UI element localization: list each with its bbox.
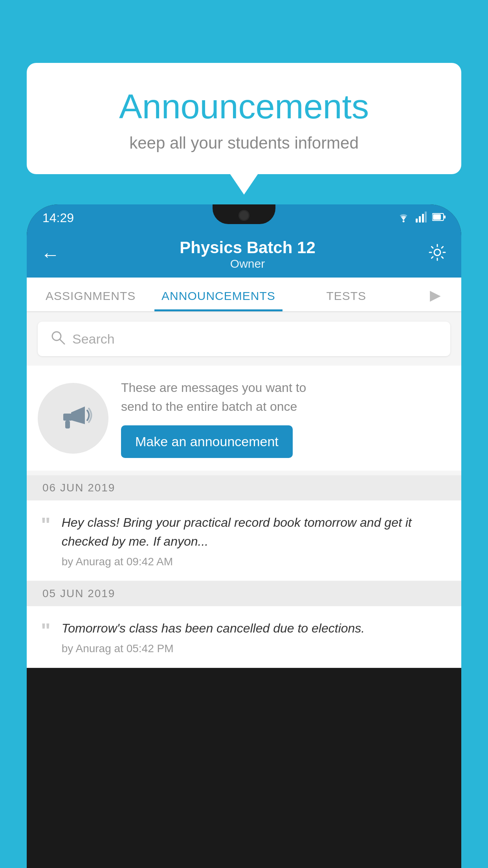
svg-rect-4 [425,211,427,223]
status-icons [397,211,446,224]
content-area: Search These are m [27,312,461,668]
svg-rect-2 [419,216,421,223]
settings-button[interactable] [427,243,447,266]
back-button[interactable]: ← [41,244,60,265]
svg-rect-12 [63,414,72,421]
date-separator-2: 05 JUN 2019 [27,581,461,606]
announcement-card: These are messages you want tosend to th… [27,366,461,471]
svg-rect-3 [422,214,424,223]
bubble-title: Announcements [50,86,438,127]
app-bar-title: Physics Batch 12 [68,238,427,257]
svg-marker-11 [71,406,85,424]
make-announcement-button[interactable]: Make an announcement [121,425,293,458]
svg-rect-6 [433,214,441,220]
speech-bubble-container: Announcements keep all your students inf… [27,63,461,174]
status-time: 14:29 [42,211,74,225]
tab-more[interactable]: ▶ [410,287,461,311]
message-text-1: Hey class! Bring your practical record b… [62,513,447,551]
svg-rect-13 [65,421,70,428]
message-meta-1: by Anurag at 09:42 AM [62,555,447,568]
wifi-icon [397,211,410,224]
announcement-description: These are messages you want tosend to th… [121,378,450,416]
message-content-1: Hey class! Bring your practical record b… [62,513,447,568]
quote-icon-2: " [41,620,51,641]
tab-tests[interactable]: TESTS [283,289,410,311]
tab-announcements[interactable]: ANNOUNCEMENTS [154,289,282,311]
quote-icon-1: " [41,515,51,535]
app-bar-title-area: Physics Batch 12 Owner [68,238,427,270]
announcement-icon-circle [38,383,108,454]
svg-rect-7 [444,215,446,219]
svg-point-8 [434,249,440,256]
tabs-bar: ASSIGNMENTS ANNOUNCEMENTS TESTS ▶ [27,278,461,312]
search-bar[interactable]: Search [38,322,450,356]
message-item-2[interactable]: " Tomorrow's class has been cancelled du… [27,606,461,668]
message-item-1[interactable]: " Hey class! Bring your practical record… [27,500,461,581]
svg-point-0 [403,221,405,223]
battery-icon [432,213,446,223]
message-meta-2: by Anurag at 05:42 PM [62,642,365,655]
date-separator-1: 06 JUN 2019 [27,475,461,500]
phone-notch [213,204,275,224]
signal-icon [416,211,427,224]
svg-line-10 [60,339,64,344]
app-bar: ← Physics Batch 12 Owner [27,231,461,278]
speech-bubble: Announcements keep all your students inf… [27,63,461,174]
message-content-2: Tomorrow's class has been cancelled due … [62,619,365,655]
message-text-2: Tomorrow's class has been cancelled due … [62,619,365,638]
phone-frame: 14:29 [27,204,461,868]
bubble-subtitle: keep all your students informed [50,134,438,153]
phone-camera [238,210,250,221]
announcement-right: These are messages you want tosend to th… [121,378,450,458]
svg-rect-1 [416,219,418,223]
search-placeholder: Search [72,331,115,347]
app-bar-subtitle: Owner [68,257,427,270]
tab-assignments[interactable]: ASSIGNMENTS [27,289,154,311]
search-icon [50,330,65,348]
